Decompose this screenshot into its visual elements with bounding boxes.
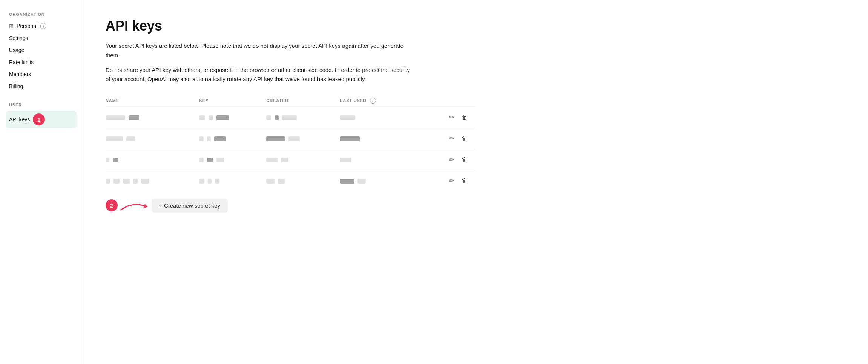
row-1-actions: ✏ 🗑	[419, 107, 475, 128]
sidebar-members-label: Members	[9, 71, 31, 77]
user-section-label: USER	[6, 102, 77, 107]
row-4-actions: ✏ 🗑	[419, 170, 475, 191]
table-row: ✏ 🗑	[106, 128, 475, 149]
table-row: ✏ 🗑	[106, 149, 475, 170]
edit-button-row-4[interactable]: ✏	[446, 176, 457, 186]
row-2-actions: ✏ 🗑	[419, 128, 475, 149]
delete-button-row-4[interactable]: 🗑	[459, 176, 471, 186]
row-3-created	[266, 149, 340, 170]
table-row: ✏ 🗑	[106, 170, 475, 191]
row-4-name	[106, 170, 199, 191]
description-1: Your secret API keys are listed below. P…	[106, 41, 415, 60]
row-1-key	[199, 107, 266, 128]
annotation-badge-2: 2	[106, 199, 118, 211]
sidebar-item-billing[interactable]: Billing	[6, 81, 77, 92]
page-title: API keys	[106, 18, 475, 34]
row-4-last-used	[340, 170, 419, 191]
org-section: ORGANIZATION ⊞ Personal i Settings Usage…	[6, 12, 77, 92]
row-3-name	[106, 149, 199, 170]
row-3-last-used	[340, 149, 419, 170]
delete-button-row-3[interactable]: 🗑	[459, 155, 471, 165]
row-1-created	[266, 107, 340, 128]
sidebar-item-members[interactable]: Members	[6, 69, 77, 80]
sidebar-item-rate-limits[interactable]: Rate limits	[6, 57, 77, 68]
sidebar-api-keys-label: API keys	[9, 116, 30, 122]
sidebar-item-personal[interactable]: ⊞ Personal i	[6, 20, 77, 32]
row-3-key	[199, 149, 266, 170]
sidebar-item-settings[interactable]: Settings	[6, 32, 77, 44]
edit-button-row-1[interactable]: ✏	[446, 112, 457, 122]
edit-button-row-3[interactable]: ✏	[446, 154, 457, 165]
info-icon-personal[interactable]: i	[40, 23, 46, 29]
sidebar-billing-label: Billing	[9, 83, 23, 89]
sidebar-item-api-keys[interactable]: API keys 1	[6, 111, 77, 128]
col-header-actions	[419, 95, 475, 107]
col-header-last-used: LAST USED i	[340, 95, 419, 107]
sidebar: ORGANIZATION ⊞ Personal i Settings Usage…	[0, 0, 83, 364]
edit-button-row-2[interactable]: ✏	[446, 133, 457, 144]
api-keys-table: NAME KEY CREATED LAST USED i	[106, 95, 475, 191]
col-header-key: KEY	[199, 95, 266, 107]
main-content: API keys Your secret API keys are listed…	[83, 0, 498, 364]
row-4-key	[199, 170, 266, 191]
row-2-last-used	[340, 128, 419, 149]
row-2-key	[199, 128, 266, 149]
annotation-arrow	[118, 198, 152, 213]
row-3-actions: ✏ 🗑	[419, 149, 475, 170]
delete-button-row-2[interactable]: 🗑	[459, 134, 471, 144]
delete-button-row-1[interactable]: 🗑	[459, 113, 471, 122]
col-header-created: CREATED	[266, 95, 340, 107]
user-section: USER API keys 1	[6, 102, 77, 128]
row-1-last-used	[340, 107, 419, 128]
description-2: Do not share your API key with others, o…	[106, 66, 415, 84]
info-icon-last-used[interactable]: i	[370, 98, 376, 104]
sidebar-rate-limits-label: Rate limits	[9, 59, 34, 65]
sidebar-personal-label: Personal	[17, 23, 37, 29]
sidebar-item-usage[interactable]: Usage	[6, 44, 77, 56]
row-1-name	[106, 107, 199, 128]
table-row: ✏ 🗑	[106, 107, 475, 128]
annotation-badge-1: 1	[33, 113, 45, 125]
create-button-area: 2 + Create new secret key	[106, 198, 475, 213]
row-2-name	[106, 128, 199, 149]
row-2-created	[266, 128, 340, 149]
row-4-created	[266, 170, 340, 191]
briefcase-icon: ⊞	[9, 23, 14, 29]
org-section-label: ORGANIZATION	[6, 12, 77, 17]
sidebar-settings-label: Settings	[9, 35, 28, 41]
sidebar-usage-label: Usage	[9, 47, 24, 53]
col-header-name: NAME	[106, 95, 199, 107]
create-new-secret-key-button[interactable]: + Create new secret key	[152, 199, 228, 213]
